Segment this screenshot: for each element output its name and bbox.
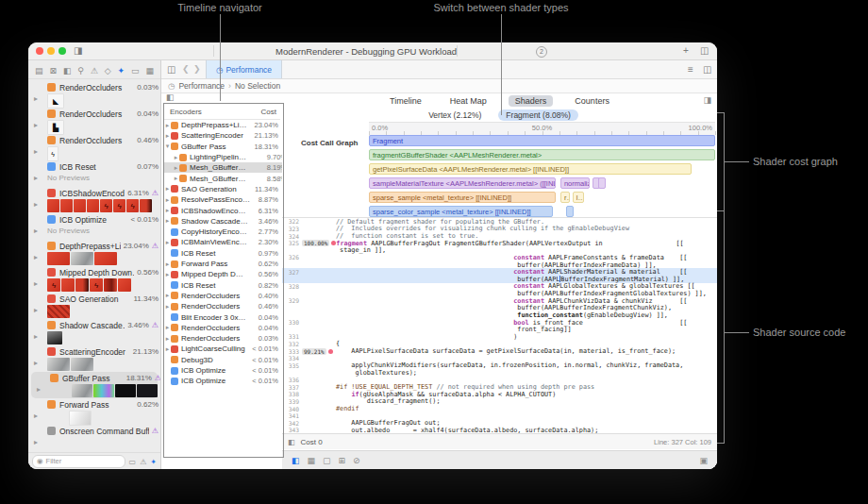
- sidebar-item-gbuffer-pass[interactable]: ▸GBuffer Pass18.31%⚠: [31, 372, 158, 398]
- preview-thumbnail[interactable]: [47, 411, 68, 424]
- breadcrumb-no-selection[interactable]: No Selection: [235, 81, 280, 91]
- preview-thumbnail[interactable]: [47, 331, 62, 344]
- preview-thumbnail[interactable]: [113, 199, 125, 212]
- disclosure-chevron-icon[interactable]: ▸: [164, 345, 171, 353]
- editor-mode-icon-1[interactable]: ▦: [308, 456, 316, 465]
- encoder-row[interactable]: ▸Mesh_GBuffer…8.19%: [164, 162, 289, 173]
- disclosure-chevron-icon[interactable]: ▸: [164, 217, 171, 225]
- filter-option-icon-2[interactable]: ✦: [150, 458, 157, 466]
- encoder-row[interactable]: ▸ICBMainViewEnc…2.30%: [164, 237, 280, 247]
- code-line[interactable]: globalTextures);: [282, 369, 717, 377]
- flame-block[interactable]: sampleMaterialTexture <AAPLMeshRenderer.…: [369, 177, 556, 189]
- disclosure-chevron-icon[interactable]: ▸: [173, 154, 179, 161]
- sidebar-item-mipped-depth-down-[interactable]: ▸Mipped Depth Down…0.56%: [28, 266, 160, 293]
- preview-thumbnail[interactable]: [47, 120, 64, 135]
- disclosure-chevron-icon[interactable]: ▸: [164, 335, 171, 343]
- navigator-icon-2[interactable]: ◧: [63, 66, 72, 76]
- preview-thumbnail[interactable]: [47, 252, 70, 265]
- sidebar-item-depthprepass-li-[interactable]: ▸DepthPrepass+Li…23.04%⚠: [28, 240, 160, 266]
- disclosure-chevron-icon[interactable]: ▸: [34, 121, 38, 129]
- encoder-row[interactable]: ▸RenderOccluders0.03%: [164, 333, 280, 344]
- encoder-row[interactable]: ▸ICBShadowEnco…6.31%: [164, 205, 280, 215]
- editor-mode-icon-4[interactable]: ⊘: [353, 456, 360, 465]
- disclosure-chevron-icon[interactable]: ▸: [173, 164, 179, 172]
- sidebar-item-forward-pass[interactable]: ▸Forward Pass0.62%: [28, 398, 160, 425]
- navigator-icon-0[interactable]: ▤: [35, 66, 43, 76]
- code-line[interactable]: 340#endif: [282, 405, 717, 412]
- profiler-tab-timeline[interactable]: Timeline: [383, 95, 428, 107]
- disclosure-chevron-icon[interactable]: ▸: [34, 412, 38, 420]
- encoder-row[interactable]: ▸RenderOccluders0.46%: [164, 301, 280, 311]
- preview-thumbnail[interactable]: [47, 305, 70, 318]
- encoders-column-label[interactable]: Encoders: [170, 108, 202, 116]
- preview-thumbnail[interactable]: [115, 384, 136, 397]
- disclosure-chevron-icon[interactable]: ▸: [34, 147, 38, 156]
- editor-options-icon[interactable]: ◫: [703, 64, 711, 75]
- disclosure-chevron-icon[interactable]: ▸: [37, 385, 41, 394]
- encoder-row[interactable]: ▸Mesh_GBuffer…8.58%: [164, 174, 289, 184]
- preview-thumbnail[interactable]: [90, 278, 103, 292]
- flame-block[interactable]: l…: [573, 192, 584, 203]
- preview-thumbnail[interactable]: [100, 199, 112, 212]
- sidebar-item-scatteringencoder[interactable]: ▸ScatteringEncoder21.13%: [28, 345, 160, 372]
- cost-metric-selector[interactable]: Cost 0: [301, 438, 323, 446]
- sidebar-item-renderoccluders[interactable]: ▸RenderOccluders0.46%: [28, 134, 160, 160]
- segment-vertex[interactable]: Vertex (2.12%): [421, 109, 489, 121]
- forward-chevron-icon[interactable]: ❯: [193, 64, 201, 74]
- code-line[interactable]: 33399.21% AAPLPixelSurfaceData surfaceDa…: [282, 347, 717, 355]
- encoder-row[interactable]: ▸LightCoarseCulling< 0.01%: [164, 344, 280, 354]
- preview-thumbnail[interactable]: [61, 278, 75, 292]
- preview-thumbnail[interactable]: [47, 278, 60, 292]
- preview-thumbnail[interactable]: [87, 199, 99, 212]
- sidebar-item-sao-generation[interactable]: ▸SAO Generation11.34%: [28, 293, 160, 319]
- preview-thumbnail[interactable]: [140, 199, 152, 212]
- cost-column-label[interactable]: Cost: [261, 108, 276, 116]
- disclosure-chevron-icon[interactable]: ▸: [164, 185, 171, 193]
- disclosure-chevron-icon[interactable]: ▸: [34, 174, 38, 182]
- preview-thumbnail[interactable]: [47, 146, 58, 161]
- navigator-icon-8[interactable]: ▦: [145, 66, 154, 76]
- preview-thumbnail[interactable]: [69, 411, 92, 426]
- disclosure-chevron-icon[interactable]: ▸: [164, 239, 171, 246]
- sidebar-item-renderoccluders[interactable]: ▸RenderOccluders0.04%: [28, 108, 160, 134]
- sidebar-item-icb-reset[interactable]: ▸ICB Reset0.07%No Previews: [28, 160, 160, 187]
- window-tab-count-badge[interactable]: 2: [536, 46, 547, 58]
- encoder-row[interactable]: ▾GBuffer Pass18.31%: [164, 142, 280, 152]
- filter-input[interactable]: ◉ Filter: [32, 455, 125, 468]
- preview-thumbnail[interactable]: [47, 437, 72, 449]
- zoom-window-button[interactable]: [58, 47, 66, 55]
- disclosure-chevron-icon[interactable]: ▸: [34, 94, 38, 103]
- new-tab-button[interactable]: +: [683, 45, 689, 56]
- disclosure-chevron-icon[interactable]: ▾: [164, 143, 171, 150]
- disclosure-chevron-icon[interactable]: ▸: [34, 438, 38, 446]
- disclosure-chevron-icon[interactable]: ▸: [164, 292, 171, 299]
- disclosure-chevron-icon[interactable]: ▸: [164, 324, 171, 331]
- disclosure-chevron-icon[interactable]: ▸: [34, 332, 38, 341]
- encoder-row[interactable]: ▸ScatteringEncoder21.13%: [164, 130, 280, 141]
- encoder-row[interactable]: ▸Forward Pass0.62%: [164, 259, 280, 269]
- flame-block[interactable]: [598, 177, 606, 189]
- panel-toggle-icon[interactable]: ◧: [288, 438, 295, 446]
- preview-thumbnail[interactable]: [126, 199, 139, 212]
- encoder-row[interactable]: CopyHistoryEnco…2.77%: [164, 227, 280, 237]
- inspector-toggle-icon[interactable]: ◨: [703, 95, 711, 105]
- disclosure-chevron-icon[interactable]: ▸: [34, 253, 38, 261]
- navigator-icon-3[interactable]: ⚲: [77, 66, 84, 76]
- segment-fragment[interactable]: Fragment (8.08%): [498, 109, 578, 121]
- toggle-sidebar-icon[interactable]: ◨: [74, 45, 82, 56]
- encoder-row[interactable]: ICB Reset0.97%: [164, 248, 280, 259]
- filter-option-icon-1[interactable]: ⚠: [140, 458, 146, 466]
- disclosure-chevron-icon[interactable]: ▸: [34, 227, 38, 235]
- shader-source-editor[interactable]: 322// Default fragment shader for popula…: [282, 217, 717, 434]
- editor-mode-icon-0[interactable]: ◧: [292, 456, 300, 465]
- encoder-row[interactable]: Debug3D< 0.01%: [164, 355, 280, 365]
- flame-block[interactable]: sparse_sample <metal_texture> [[INLINED]…: [369, 192, 556, 203]
- editor-mode-icon-3[interactable]: ⊞: [339, 456, 346, 465]
- disclosure-chevron-icon[interactable]: ▸: [34, 200, 38, 209]
- list-icon[interactable]: ≡: [688, 64, 693, 75]
- sidebar-item-renderoccluders[interactable]: ▸RenderOccluders0.03%: [28, 81, 160, 108]
- encoder-row[interactable]: ICB Optimize< 0.01%: [164, 376, 280, 386]
- encoder-row[interactable]: ▸RenderOccluders0.40%: [164, 291, 280, 301]
- navigator-icon-7[interactable]: ▭: [131, 66, 140, 76]
- encoder-row[interactable]: ▸ResolvePassEnco…8.87%: [164, 194, 280, 205]
